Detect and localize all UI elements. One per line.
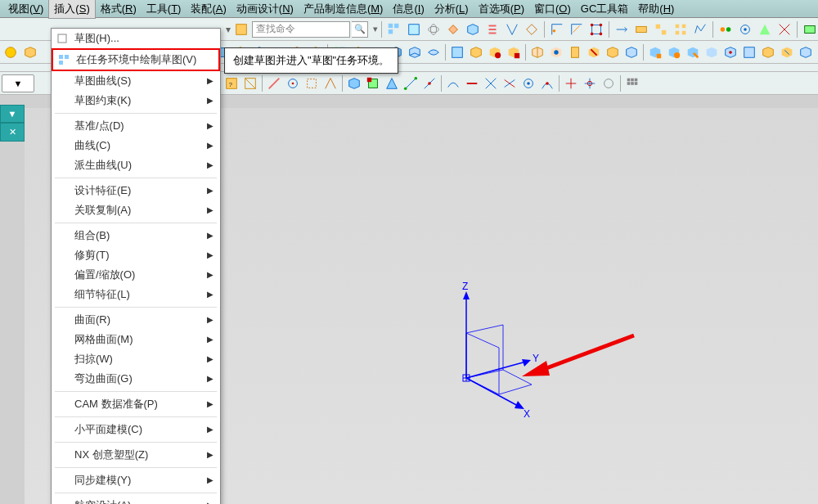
tool-icon[interactable]	[801, 20, 818, 38]
tool-icon[interactable]	[568, 20, 586, 38]
tool-icon[interactable]	[775, 20, 793, 38]
tool-icon[interactable]	[672, 20, 690, 38]
menu-option[interactable]: 网格曲面(M)▶	[52, 330, 220, 349]
tool-icon[interactable]	[547, 43, 565, 61]
tool-icon[interactable]	[652, 20, 670, 38]
menu-format[interactable]: 格式(R)	[96, 0, 142, 18]
tool-icon[interactable]	[364, 74, 382, 92]
tool-icon[interactable]	[464, 20, 482, 38]
menu-option[interactable]: 草图曲线(S)▶	[52, 71, 220, 91]
tool-icon[interactable]	[703, 43, 721, 61]
tool-icon[interactable]	[501, 74, 519, 92]
tool-icon[interactable]	[444, 74, 462, 92]
menu-option[interactable]: 设计特征(E)▶	[52, 181, 220, 200]
tool-icon[interactable]	[721, 43, 739, 61]
tool-icon[interactable]	[303, 74, 321, 92]
menu-option[interactable]: 组合(B)▶	[52, 226, 220, 245]
tool-icon[interactable]	[623, 74, 641, 92]
menu-gc[interactable]: GC工具箱	[576, 0, 634, 18]
menu-help[interactable]: 帮助(H)	[633, 0, 679, 18]
tool-icon[interactable]: ▼	[2, 74, 34, 92]
tool-icon[interactable]	[284, 74, 302, 92]
tool-icon[interactable]: ?	[222, 74, 240, 92]
tool-icon[interactable]	[691, 20, 709, 38]
tool-icon[interactable]	[528, 43, 546, 61]
tool-icon[interactable]	[241, 74, 259, 92]
menu-option[interactable]: NX 创意塑型(Z)▶	[52, 445, 220, 465]
menu-option[interactable]: 扫掠(W)▶	[52, 349, 220, 369]
tool-icon[interactable]	[566, 43, 584, 61]
menu-option[interactable]: 曲线(C)▶	[52, 136, 220, 155]
tool-icon[interactable]	[420, 74, 438, 92]
menu-option[interactable]: 偏置/缩放(O)▶	[52, 265, 220, 285]
tool-icon[interactable]	[321, 74, 339, 92]
tool-icon[interactable]	[483, 20, 501, 38]
tool-icon[interactable]	[613, 20, 631, 38]
tool-icon[interactable]	[740, 43, 758, 61]
tool-icon[interactable]	[665, 43, 683, 61]
tool-icon[interactable]	[463, 74, 481, 92]
tool-icon[interactable]	[600, 74, 618, 92]
tool-icon[interactable]	[505, 43, 523, 61]
tool-icon[interactable]	[548, 20, 566, 38]
menu-info[interactable]: 信息(I)	[388, 0, 429, 18]
tool-icon[interactable]	[604, 43, 622, 61]
tool-icon[interactable]	[405, 20, 423, 38]
menu-pmi[interactable]: 产品制造信息(M)	[299, 0, 389, 18]
menu-option[interactable]: 航空设计(A)▶	[52, 496, 220, 504]
tool-icon[interactable]	[467, 43, 485, 61]
tool-icon[interactable]	[646, 43, 664, 61]
tool-icon[interactable]	[232, 20, 250, 38]
tool-icon[interactable]	[406, 43, 424, 61]
tool-icon[interactable]	[756, 20, 774, 38]
tool-icon[interactable]	[778, 43, 796, 61]
menu-insert[interactable]: 插入(S)	[48, 0, 95, 19]
menu-option[interactable]: 弯边曲面(G)▶	[52, 369, 220, 389]
menu-option[interactable]: 同步建模(Y)▶	[52, 470, 220, 490]
tool-icon[interactable]	[622, 43, 640, 61]
tool-icon[interactable]	[684, 43, 702, 61]
tool-icon[interactable]	[562, 74, 580, 92]
menu-option[interactable]: 派生曲线(U)▶	[52, 155, 220, 175]
tool-icon[interactable]	[503, 20, 521, 38]
tool-icon[interactable]	[448, 43, 466, 61]
tool-icon[interactable]	[538, 74, 556, 92]
tool-icon[interactable]	[717, 20, 735, 38]
menu-animation[interactable]: 动画设计(N)	[231, 0, 299, 18]
menu-option[interactable]: 曲面(R)▶	[52, 310, 220, 330]
tool-icon[interactable]	[759, 43, 777, 61]
menu-option[interactable]: 细节特征(L)▶	[52, 285, 220, 304]
tool-icon[interactable]	[587, 20, 605, 38]
menu-pref[interactable]: 首选项(P)	[474, 0, 529, 18]
tool-icon[interactable]	[519, 74, 537, 92]
menu-analyse[interactable]: 分析(L)	[429, 0, 474, 18]
tool-icon[interactable]	[736, 20, 754, 38]
menu-option[interactable]: 草图约束(K)▶	[52, 91, 220, 110]
menu-option[interactable]: 关联复制(A)▶	[52, 200, 220, 220]
tool-icon[interactable]	[425, 20, 443, 38]
menu-tool[interactable]: 工具(T)	[142, 0, 187, 18]
search-input[interactable]: 查找命令	[252, 21, 350, 38]
menu-option[interactable]: 修剪(T)▶	[52, 245, 220, 265]
tool-icon[interactable]	[486, 43, 504, 61]
menu-assembly[interactable]: 装配(A)	[186, 0, 231, 18]
tool-icon[interactable]	[585, 43, 603, 61]
search-icon[interactable]: 🔍	[352, 21, 368, 38]
menu-option[interactable]: 草图(H)...	[52, 29, 220, 48]
tool-icon[interactable]	[345, 74, 363, 92]
menu-view[interactable]: 视图(V)	[3, 0, 48, 18]
tool-icon[interactable]	[425, 43, 443, 61]
left-tab-dropdown[interactable]: ▼	[0, 105, 25, 123]
tool-icon[interactable]	[265, 74, 283, 92]
menu-window[interactable]: 窗口(O)	[529, 0, 576, 18]
menu-option[interactable]: 在任务环境中绘制草图(V)	[52, 48, 220, 71]
tool-icon[interactable]	[2, 43, 20, 61]
tool-icon[interactable]	[385, 20, 403, 38]
tool-icon[interactable]	[632, 20, 650, 38]
tool-icon[interactable]	[523, 20, 541, 38]
menu-option[interactable]: 基准/点(D)▶	[52, 116, 220, 136]
tool-icon[interactable]	[383, 74, 401, 92]
tool-icon[interactable]	[402, 74, 420, 92]
tool-icon[interactable]	[444, 20, 462, 38]
tool-icon[interactable]	[581, 74, 599, 92]
